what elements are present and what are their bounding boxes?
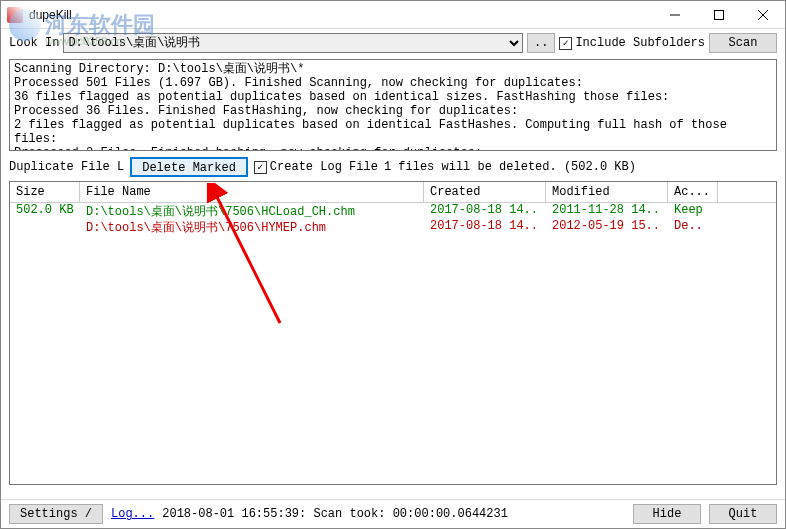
browse-button[interactable]: .. [527, 33, 555, 53]
header-action[interactable]: Ac... [668, 182, 718, 202]
include-subfolders-checkbox[interactable]: ✓ Include Subfolders [559, 36, 705, 50]
cell-modified: 2011-11-28 14.. [546, 203, 668, 219]
close-icon [758, 10, 768, 20]
titlebar: dupeKill [1, 1, 785, 29]
table-row[interactable]: D:\tools\桌面\说明书\7506\HYMEP.chm 2017-08-1… [10, 219, 776, 235]
minimize-button[interactable] [653, 1, 697, 29]
window-controls [653, 1, 785, 29]
app-icon [7, 7, 23, 23]
duplicate-toolbar: Duplicate File L Delete Marked ✓ Create … [1, 153, 785, 181]
table-header: Size File Name Created Modified Ac... [10, 182, 776, 203]
delete-status-text: 1 files will be deleted. (502.0 KB) [384, 160, 636, 174]
minimize-icon [670, 10, 680, 20]
svg-rect-1 [715, 10, 724, 19]
settings-button[interactable]: Settings / [9, 504, 103, 524]
delete-marked-button[interactable]: Delete Marked [130, 157, 248, 177]
cell-size: 502.0 KB [10, 203, 80, 219]
status-bar: Settings / Log... 2018-08-01 16:55:39: S… [1, 499, 785, 528]
cell-action: De.. [668, 219, 718, 235]
maximize-icon [714, 10, 724, 20]
checkbox-icon: ✓ [559, 37, 572, 50]
close-button[interactable] [741, 1, 785, 29]
path-combobox[interactable]: D:\tools\桌面\说明书 [63, 33, 523, 53]
duplicates-table: Size File Name Created Modified Ac... 50… [9, 181, 777, 485]
look-in-label: Look In [9, 36, 59, 50]
log-link[interactable]: Log... [111, 507, 154, 521]
hide-button[interactable]: Hide [633, 504, 701, 524]
status-text: 2018-08-01 16:55:39: Scan took: 00:00:00… [162, 507, 508, 521]
scan-button[interactable]: Scan [709, 33, 777, 53]
header-filename[interactable]: File Name [80, 182, 424, 202]
cell-filename: D:\tools\桌面\说明书\7506\HCLoad_CH.chm [80, 203, 424, 219]
cell-filename: D:\tools\桌面\说明书\7506\HYMEP.chm [80, 219, 424, 235]
create-log-file-checkbox[interactable]: ✓ Create Log File [254, 160, 378, 174]
cell-size [10, 219, 80, 235]
include-subfolders-label: Include Subfolders [575, 36, 705, 50]
header-modified[interactable]: Modified [546, 182, 668, 202]
header-created[interactable]: Created [424, 182, 546, 202]
duplicate-file-label: Duplicate File L [9, 160, 124, 174]
window-title: dupeKill [29, 8, 653, 22]
maximize-button[interactable] [697, 1, 741, 29]
header-size[interactable]: Size [10, 182, 80, 202]
table-row[interactable]: 502.0 KB D:\tools\桌面\说明书\7506\HCLoad_CH.… [10, 203, 776, 219]
cell-action: Keep [668, 203, 718, 219]
create-log-file-label: Create Log File [270, 160, 378, 174]
quit-button[interactable]: Quit [709, 504, 777, 524]
table-body[interactable]: 502.0 KB D:\tools\桌面\说明书\7506\HCLoad_CH.… [10, 203, 776, 484]
scan-log: Scanning Directory: D:\tools\桌面\说明书\* Pr… [9, 59, 777, 151]
cell-modified: 2012-05-19 15.. [546, 219, 668, 235]
cell-created: 2017-08-18 14.. [424, 203, 546, 219]
cell-created: 2017-08-18 14.. [424, 219, 546, 235]
checkbox-icon: ✓ [254, 161, 267, 174]
path-toolbar: Look In D:\tools\桌面\说明书 .. ✓ Include Sub… [1, 29, 785, 57]
